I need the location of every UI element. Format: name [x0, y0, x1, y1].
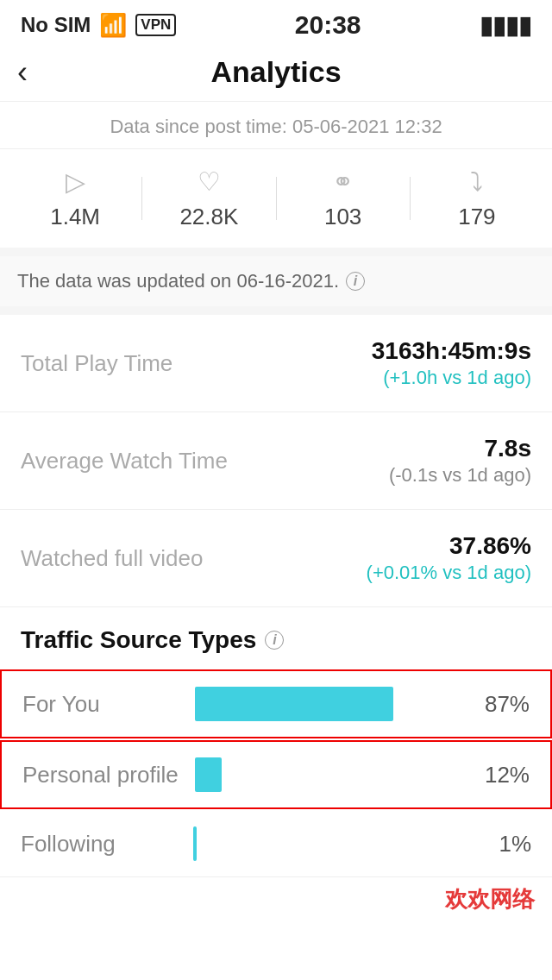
following-pct: 1%: [486, 831, 531, 858]
following-label: Following: [21, 831, 193, 858]
for-you-label: For You: [22, 691, 195, 718]
stat-comments: ⚭ 103: [277, 166, 410, 230]
status-bar: No SIM 📶 VPN 20:38 ▮▮▮▮: [0, 0, 552, 47]
watermark: 欢欢网络: [0, 877, 552, 918]
traffic-row-personal-profile: Personal profile 12%: [0, 740, 552, 809]
total-play-time-value: 3163h:45m:9s: [372, 337, 531, 364]
plays-value: 1.4M: [50, 204, 100, 230]
play-icon: ▷: [66, 166, 85, 197]
traffic-row-following: Following 1%: [0, 811, 552, 877]
back-button[interactable]: ‹: [17, 57, 28, 88]
for-you-bar-area: [195, 687, 474, 721]
following-bar-area: [193, 826, 476, 861]
wifi-icon: 📶: [99, 12, 127, 39]
traffic-title: Traffic Source Types i: [21, 626, 531, 654]
share-icon: ⤵: [470, 167, 483, 197]
stat-shares: ⤵ 179: [411, 167, 543, 230]
traffic-rows: For You 87% Personal profile 12% Followi…: [0, 669, 552, 877]
watched-full-value-block: 37.86% (+0.01% vs 1d ago): [367, 532, 531, 584]
for-you-pct: 87%: [485, 691, 530, 718]
watched-full-value: 37.86%: [449, 532, 531, 559]
avg-watch-time-value: 7.8s: [485, 435, 532, 462]
personal-profile-bar: [195, 757, 222, 792]
total-play-time-label: Total Play Time: [21, 350, 172, 377]
metric-avg-watch-time: Average Watch Time 7.8s (-0.1s vs 1d ago…: [0, 412, 552, 510]
heart-icon: ♡: [198, 166, 221, 197]
personal-profile-label: Personal profile: [22, 762, 195, 788]
comment-icon: ⚭: [332, 166, 354, 197]
avg-watch-time-label: Average Watch Time: [21, 448, 228, 474]
metric-watched-full: Watched full video 37.86% (+0.01% vs 1d …: [0, 510, 552, 607]
stat-likes: ♡ 22.8K: [142, 166, 275, 230]
status-time: 20:38: [295, 10, 361, 40]
traffic-title-text: Traffic Source Types: [21, 626, 256, 654]
for-you-bar: [195, 687, 393, 721]
battery-icon: ▮▮▮▮: [480, 11, 531, 40]
watched-full-label: Watched full video: [21, 545, 203, 572]
comments-value: 103: [324, 204, 361, 230]
info-icon[interactable]: i: [346, 272, 365, 291]
carrier-label: No SIM: [21, 13, 91, 37]
metric-total-play-time: Total Play Time 3163h:45m:9s (+1.0h vs 1…: [0, 315, 552, 412]
status-left: No SIM 📶 VPN: [21, 12, 176, 39]
personal-profile-bar-area: [195, 757, 474, 792]
stat-plays: ▷ 1.4M: [9, 166, 141, 230]
total-play-time-change: (+1.0h vs 1d ago): [372, 367, 531, 389]
avg-watch-time-value-block: 7.8s (-0.1s vs 1d ago): [389, 435, 531, 487]
header: ‹ Analytics: [0, 47, 552, 102]
watched-full-change: (+0.01% vs 1d ago): [367, 562, 531, 584]
avg-watch-time-change: (-0.1s vs 1d ago): [389, 464, 531, 487]
stats-row: ▷ 1.4M ♡ 22.8K ⚭ 103 ⤵ 179: [0, 149, 552, 256]
vpn-badge: VPN: [135, 14, 176, 36]
shares-value: 179: [458, 204, 495, 230]
update-text: The data was updated on 06-16-2021.: [17, 270, 339, 292]
traffic-info-icon[interactable]: i: [265, 631, 284, 650]
total-play-time-value-block: 3163h:45m:9s (+1.0h vs 1d ago): [372, 337, 531, 389]
personal-profile-pct: 12%: [485, 762, 530, 788]
page-title: Analytics: [210, 55, 341, 89]
traffic-row-for-you: For You 87%: [0, 669, 552, 738]
data-since-label: Data since post time: 05-06-2021 12:32: [0, 102, 552, 149]
metrics-section: Total Play Time 3163h:45m:9s (+1.0h vs 1…: [0, 315, 552, 607]
following-bar: [193, 826, 197, 861]
update-notice: The data was updated on 06-16-2021. i: [0, 256, 552, 315]
status-right: ▮▮▮▮: [480, 11, 531, 40]
likes-value: 22.8K: [179, 204, 238, 230]
traffic-section: Traffic Source Types i: [0, 607, 552, 666]
